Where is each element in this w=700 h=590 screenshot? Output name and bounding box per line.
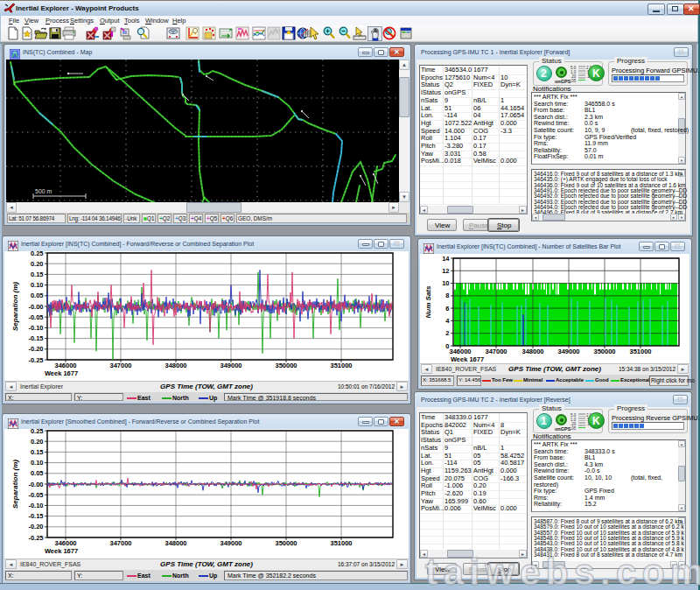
svg-text:347000: 347000 [109,539,131,547]
svg-text:348000: 348000 [522,348,543,355]
svg-text:349000: 349000 [220,362,242,369]
svg-text:14: 14 [442,255,450,263]
svg-text:0.05: 0.05 [31,291,44,299]
svg-text:350000: 350000 [593,348,615,355]
svg-text:348000: 348000 [164,362,186,369]
svg-text:10: 10 [442,279,449,287]
svg-text:Separation (m): Separation (m) [11,460,19,509]
svg-text:-0.05: -0.05 [28,491,43,499]
svg-text:0.15: 0.15 [31,270,44,278]
svg-text:-0.10: -0.10 [28,502,43,509]
svg-text:Week 1677: Week 1677 [451,355,484,363]
svg-text:Num Sats: Num Sats [424,285,432,318]
svg-text:351000: 351000 [629,348,651,355]
svg-text:0.05: 0.05 [31,469,44,477]
svg-text:346000: 346000 [54,362,76,369]
svg-text:347000: 347000 [485,348,507,355]
svg-text:346000: 346000 [449,348,471,355]
svg-text:Week 1677: Week 1677 [45,547,78,555]
svg-text:351000: 351000 [330,362,352,369]
svg-text:500 m: 500 m [35,188,52,194]
svg-text:-0.05: -0.05 [28,313,43,321]
svg-text:2: 2 [445,329,449,337]
svg-text:-0.25: -0.25 [28,356,43,364]
svg-text:8: 8 [445,291,449,299]
svg-text:6: 6 [445,305,449,313]
svg-text:-0.25: -0.25 [28,534,43,542]
svg-text:0.25: 0.25 [31,429,44,435]
svg-text:12: 12 [442,267,449,275]
svg-text:349000: 349000 [220,539,242,547]
svg-text:350000: 350000 [275,362,297,369]
svg-text:-0.10: -0.10 [28,324,43,332]
svg-text:-0.00: -0.00 [28,303,43,311]
svg-text:-0.00: -0.00 [28,481,43,488]
svg-text:0.10: 0.10 [31,459,44,467]
svg-text:0.10: 0.10 [31,281,44,289]
svg-text:346000: 346000 [54,539,76,547]
svg-text:0.15: 0.15 [31,448,44,456]
svg-text:-0.20: -0.20 [28,523,43,530]
svg-text:347000: 347000 [109,362,131,369]
svg-text:-0.20: -0.20 [28,345,43,353]
svg-text:Week 1677: Week 1677 [45,369,78,377]
svg-text:0.20: 0.20 [31,260,44,268]
svg-text:-0.15: -0.15 [28,334,43,342]
svg-text:351000: 351000 [330,539,352,547]
svg-text:348000: 348000 [164,539,186,547]
svg-text:0.20: 0.20 [31,438,44,446]
svg-text:-0.15: -0.15 [28,512,43,520]
svg-text:349000: 349000 [557,348,579,355]
svg-text:Separation (m): Separation (m) [11,282,19,331]
svg-text:0.25: 0.25 [31,251,44,257]
svg-text:350000: 350000 [275,539,297,547]
